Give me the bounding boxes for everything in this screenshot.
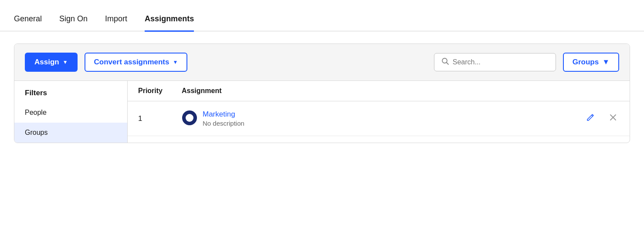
assign-chevron-icon: ▼ [63, 59, 68, 65]
tab-general[interactable]: General [14, 14, 42, 32]
assign-label: Assign [34, 58, 59, 67]
filter-header: Filters [14, 81, 127, 103]
col-assignment: Assignment [182, 87, 619, 95]
tab-import[interactable]: Import [105, 14, 127, 32]
assignment-name[interactable]: Marketing [203, 110, 244, 119]
convert-label: Convert assignments [94, 58, 169, 67]
table-area: Filters People Groups Priority Assignmen… [14, 81, 630, 143]
toolbar: Assign ▼ Convert assignments ▼ Groups [14, 44, 630, 81]
main-content: Assign ▼ Convert assignments ▼ Groups [0, 31, 644, 155]
tab-assignments[interactable]: Assignments [145, 14, 194, 32]
assignment-description: No description [203, 120, 244, 127]
edit-button[interactable] [584, 111, 597, 126]
groups-chevron-icon: ▼ [602, 58, 610, 67]
table-row: 1 Marketing No description [128, 101, 630, 136]
convert-assignments-button[interactable]: Convert assignments ▼ [85, 53, 188, 72]
groups-label: Groups [573, 58, 599, 67]
groups-button[interactable]: Groups ▼ [563, 53, 619, 72]
assignment-info: Marketing No description [203, 110, 244, 127]
search-icon [441, 57, 449, 67]
data-table: Priority Assignment 1 Ma [128, 81, 630, 143]
tab-sign-on[interactable]: Sign On [59, 14, 88, 32]
row-assignment: Marketing No description [182, 110, 584, 127]
svg-point-3 [186, 114, 193, 122]
search-input[interactable] [453, 58, 549, 66]
table-header: Priority Assignment [128, 81, 630, 101]
filter-sidebar: Filters People Groups [14, 81, 128, 143]
convert-chevron-icon: ▼ [173, 59, 178, 65]
filter-item-groups[interactable]: Groups [14, 123, 127, 143]
assignment-circle-icon [182, 110, 197, 127]
filter-item-people[interactable]: People [14, 103, 127, 123]
row-actions [584, 111, 619, 126]
tab-bar: General Sign On Import Assignments [0, 0, 644, 31]
search-box [434, 53, 556, 71]
panel: Assign ▼ Convert assignments ▼ Groups [14, 43, 630, 143]
svg-line-1 [446, 63, 448, 65]
delete-button[interactable] [607, 111, 619, 126]
row-priority: 1 [138, 114, 182, 123]
assign-button[interactable]: Assign ▼ [25, 53, 78, 72]
col-priority: Priority [138, 87, 182, 95]
